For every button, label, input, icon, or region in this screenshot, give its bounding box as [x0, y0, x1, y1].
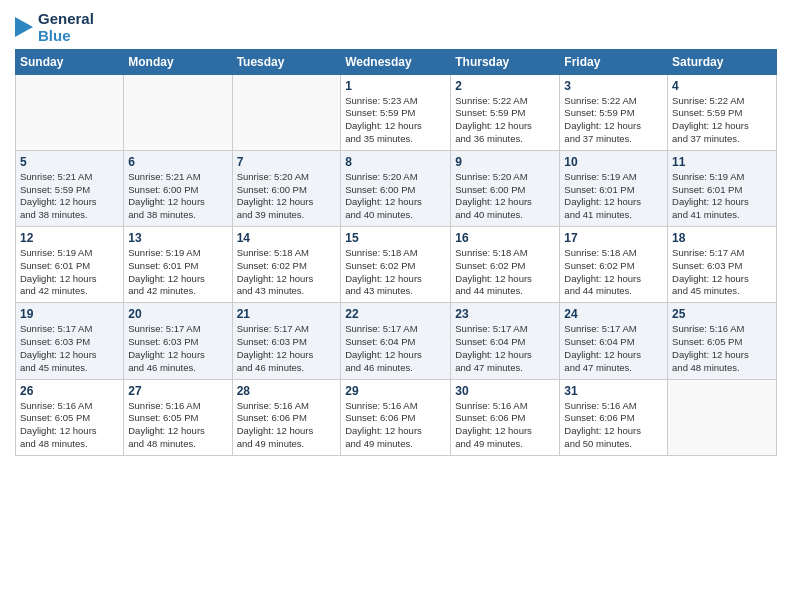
day-number: 4	[672, 79, 772, 93]
day-cell: 1Sunrise: 5:23 AM Sunset: 5:59 PM Daylig…	[341, 74, 451, 150]
day-cell: 23Sunrise: 5:17 AM Sunset: 6:04 PM Dayli…	[451, 303, 560, 379]
logo-line2: Blue	[38, 27, 94, 44]
col-header-thursday: Thursday	[451, 49, 560, 74]
svg-marker-0	[15, 17, 33, 37]
day-info: Sunrise: 5:17 AM Sunset: 6:03 PM Dayligh…	[237, 323, 337, 374]
day-cell: 20Sunrise: 5:17 AM Sunset: 6:03 PM Dayli…	[124, 303, 232, 379]
day-info: Sunrise: 5:22 AM Sunset: 5:59 PM Dayligh…	[672, 95, 772, 146]
day-number: 3	[564, 79, 663, 93]
day-number: 31	[564, 384, 663, 398]
day-info: Sunrise: 5:18 AM Sunset: 6:02 PM Dayligh…	[237, 247, 337, 298]
logo-arrow-icon	[15, 12, 35, 42]
day-info: Sunrise: 5:23 AM Sunset: 5:59 PM Dayligh…	[345, 95, 446, 146]
day-info: Sunrise: 5:16 AM Sunset: 6:06 PM Dayligh…	[237, 400, 337, 451]
col-header-wednesday: Wednesday	[341, 49, 451, 74]
day-number: 25	[672, 307, 772, 321]
day-number: 12	[20, 231, 119, 245]
day-cell: 12Sunrise: 5:19 AM Sunset: 6:01 PM Dayli…	[16, 227, 124, 303]
day-info: Sunrise: 5:20 AM Sunset: 6:00 PM Dayligh…	[237, 171, 337, 222]
day-cell: 2Sunrise: 5:22 AM Sunset: 5:59 PM Daylig…	[451, 74, 560, 150]
day-cell: 31Sunrise: 5:16 AM Sunset: 6:06 PM Dayli…	[560, 379, 668, 455]
day-number: 22	[345, 307, 446, 321]
day-info: Sunrise: 5:20 AM Sunset: 6:00 PM Dayligh…	[455, 171, 555, 222]
col-header-friday: Friday	[560, 49, 668, 74]
day-number: 29	[345, 384, 446, 398]
day-cell: 26Sunrise: 5:16 AM Sunset: 6:05 PM Dayli…	[16, 379, 124, 455]
day-info: Sunrise: 5:17 AM Sunset: 6:03 PM Dayligh…	[672, 247, 772, 298]
day-info: Sunrise: 5:16 AM Sunset: 6:06 PM Dayligh…	[564, 400, 663, 451]
day-cell: 13Sunrise: 5:19 AM Sunset: 6:01 PM Dayli…	[124, 227, 232, 303]
day-cell: 3Sunrise: 5:22 AM Sunset: 5:59 PM Daylig…	[560, 74, 668, 150]
day-info: Sunrise: 5:21 AM Sunset: 6:00 PM Dayligh…	[128, 171, 227, 222]
logo: General Blue	[15, 10, 94, 45]
calendar-table: SundayMondayTuesdayWednesdayThursdayFrid…	[15, 49, 777, 456]
day-info: Sunrise: 5:19 AM Sunset: 6:01 PM Dayligh…	[672, 171, 772, 222]
day-cell	[124, 74, 232, 150]
day-info: Sunrise: 5:19 AM Sunset: 6:01 PM Dayligh…	[128, 247, 227, 298]
day-cell: 15Sunrise: 5:18 AM Sunset: 6:02 PM Dayli…	[341, 227, 451, 303]
day-number: 27	[128, 384, 227, 398]
day-info: Sunrise: 5:17 AM Sunset: 6:03 PM Dayligh…	[128, 323, 227, 374]
day-number: 5	[20, 155, 119, 169]
day-cell: 18Sunrise: 5:17 AM Sunset: 6:03 PM Dayli…	[668, 227, 777, 303]
day-cell: 14Sunrise: 5:18 AM Sunset: 6:02 PM Dayli…	[232, 227, 341, 303]
day-number: 8	[345, 155, 446, 169]
day-info: Sunrise: 5:16 AM Sunset: 6:05 PM Dayligh…	[672, 323, 772, 374]
day-number: 13	[128, 231, 227, 245]
day-number: 20	[128, 307, 227, 321]
day-cell: 27Sunrise: 5:16 AM Sunset: 6:05 PM Dayli…	[124, 379, 232, 455]
day-info: Sunrise: 5:19 AM Sunset: 6:01 PM Dayligh…	[20, 247, 119, 298]
day-cell	[232, 74, 341, 150]
day-number: 26	[20, 384, 119, 398]
day-cell: 11Sunrise: 5:19 AM Sunset: 6:01 PM Dayli…	[668, 150, 777, 226]
logo-container: General Blue	[15, 10, 94, 45]
day-number: 14	[237, 231, 337, 245]
day-info: Sunrise: 5:16 AM Sunset: 6:06 PM Dayligh…	[345, 400, 446, 451]
day-info: Sunrise: 5:17 AM Sunset: 6:04 PM Dayligh…	[455, 323, 555, 374]
day-cell: 30Sunrise: 5:16 AM Sunset: 6:06 PM Dayli…	[451, 379, 560, 455]
day-info: Sunrise: 5:18 AM Sunset: 6:02 PM Dayligh…	[345, 247, 446, 298]
col-header-tuesday: Tuesday	[232, 49, 341, 74]
day-cell	[16, 74, 124, 150]
col-header-monday: Monday	[124, 49, 232, 74]
day-number: 9	[455, 155, 555, 169]
day-cell: 17Sunrise: 5:18 AM Sunset: 6:02 PM Dayli…	[560, 227, 668, 303]
day-info: Sunrise: 5:22 AM Sunset: 5:59 PM Dayligh…	[564, 95, 663, 146]
day-cell: 16Sunrise: 5:18 AM Sunset: 6:02 PM Dayli…	[451, 227, 560, 303]
day-cell: 4Sunrise: 5:22 AM Sunset: 5:59 PM Daylig…	[668, 74, 777, 150]
day-number: 11	[672, 155, 772, 169]
day-info: Sunrise: 5:19 AM Sunset: 6:01 PM Dayligh…	[564, 171, 663, 222]
day-cell: 28Sunrise: 5:16 AM Sunset: 6:06 PM Dayli…	[232, 379, 341, 455]
day-info: Sunrise: 5:21 AM Sunset: 5:59 PM Dayligh…	[20, 171, 119, 222]
day-info: Sunrise: 5:16 AM Sunset: 6:05 PM Dayligh…	[20, 400, 119, 451]
day-info: Sunrise: 5:18 AM Sunset: 6:02 PM Dayligh…	[564, 247, 663, 298]
day-number: 6	[128, 155, 227, 169]
header: General Blue	[15, 10, 777, 45]
page: General Blue SundayMondayTuesdayWednesda…	[0, 0, 792, 612]
day-cell: 25Sunrise: 5:16 AM Sunset: 6:05 PM Dayli…	[668, 303, 777, 379]
day-info: Sunrise: 5:17 AM Sunset: 6:04 PM Dayligh…	[564, 323, 663, 374]
day-number: 18	[672, 231, 772, 245]
day-cell: 19Sunrise: 5:17 AM Sunset: 6:03 PM Dayli…	[16, 303, 124, 379]
day-cell: 10Sunrise: 5:19 AM Sunset: 6:01 PM Dayli…	[560, 150, 668, 226]
day-cell	[668, 379, 777, 455]
day-info: Sunrise: 5:17 AM Sunset: 6:04 PM Dayligh…	[345, 323, 446, 374]
day-number: 21	[237, 307, 337, 321]
day-number: 16	[455, 231, 555, 245]
day-cell: 29Sunrise: 5:16 AM Sunset: 6:06 PM Dayli…	[341, 379, 451, 455]
week-row-2: 5Sunrise: 5:21 AM Sunset: 5:59 PM Daylig…	[16, 150, 777, 226]
day-info: Sunrise: 5:17 AM Sunset: 6:03 PM Dayligh…	[20, 323, 119, 374]
day-info: Sunrise: 5:22 AM Sunset: 5:59 PM Dayligh…	[455, 95, 555, 146]
week-row-3: 12Sunrise: 5:19 AM Sunset: 6:01 PM Dayli…	[16, 227, 777, 303]
day-number: 10	[564, 155, 663, 169]
day-info: Sunrise: 5:18 AM Sunset: 6:02 PM Dayligh…	[455, 247, 555, 298]
day-cell: 9Sunrise: 5:20 AM Sunset: 6:00 PM Daylig…	[451, 150, 560, 226]
day-number: 2	[455, 79, 555, 93]
day-number: 19	[20, 307, 119, 321]
logo-line1: General	[38, 10, 94, 27]
day-cell: 24Sunrise: 5:17 AM Sunset: 6:04 PM Dayli…	[560, 303, 668, 379]
day-number: 30	[455, 384, 555, 398]
day-number: 7	[237, 155, 337, 169]
week-row-4: 19Sunrise: 5:17 AM Sunset: 6:03 PM Dayli…	[16, 303, 777, 379]
col-header-sunday: Sunday	[16, 49, 124, 74]
